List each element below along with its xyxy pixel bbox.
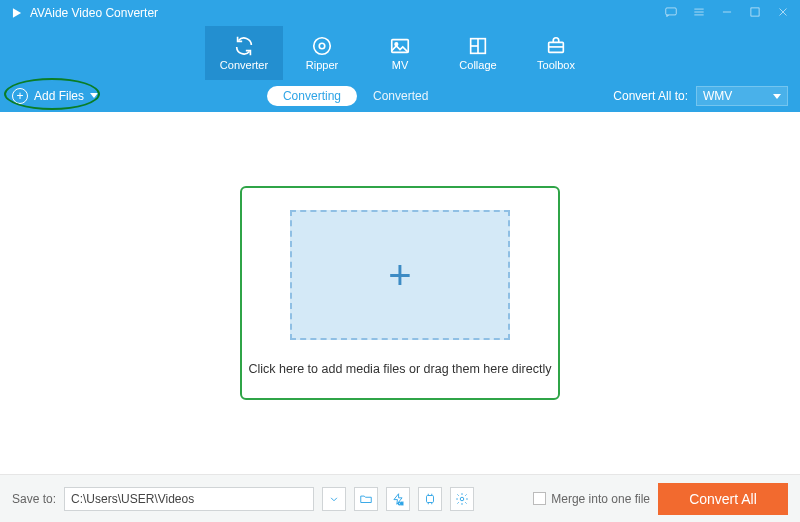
minimize-icon[interactable]: [720, 5, 734, 22]
disc-icon: [311, 35, 333, 57]
nav-label: Collage: [459, 59, 496, 71]
dropzone[interactable]: +: [290, 210, 510, 340]
sub-bar: Add Files Converting Converted Convert A…: [0, 80, 800, 112]
app-logo-icon: [10, 6, 24, 20]
nav-mv[interactable]: MV: [361, 26, 439, 80]
save-to-label: Save to:: [12, 492, 56, 506]
nav-toolbox[interactable]: Toolbox: [517, 26, 595, 80]
save-path-input[interactable]: [64, 487, 314, 511]
nav-label: Ripper: [306, 59, 338, 71]
tab-converted[interactable]: Converted: [357, 86, 444, 106]
checkbox-icon: [533, 492, 546, 505]
merge-checkbox[interactable]: Merge into one file: [533, 492, 650, 506]
convert-all-button[interactable]: Convert All: [658, 483, 788, 515]
chevron-down-icon: [773, 94, 781, 99]
add-files-button[interactable]: Add Files: [12, 88, 98, 104]
title-bar: AVAide Video Converter: [0, 0, 800, 26]
convert-all-to-label: Convert All to:: [613, 89, 688, 103]
plus-icon: +: [388, 253, 411, 298]
dropzone-text: Click here to add media files or drag th…: [249, 362, 552, 376]
open-folder-button[interactable]: [354, 487, 378, 511]
save-path-dropdown-button[interactable]: [322, 487, 346, 511]
plus-circle-icon: [12, 88, 28, 104]
chevron-down-icon: [327, 492, 341, 506]
footer-bar: Save to: ON Merge into one file Convert …: [0, 474, 800, 522]
toolbox-icon: [545, 35, 567, 57]
settings-button[interactable]: [450, 487, 474, 511]
format-value: WMV: [703, 89, 732, 103]
lightning-icon: ON: [391, 492, 405, 506]
sync-icon: [233, 35, 255, 57]
nav-ripper[interactable]: Ripper: [283, 26, 361, 80]
svg-point-10: [319, 43, 325, 49]
nav-label: Toolbox: [537, 59, 575, 71]
close-icon[interactable]: [776, 5, 790, 22]
nav-converter[interactable]: Converter: [205, 26, 283, 80]
tutorial-highlight-box: + Click here to add media files or drag …: [240, 186, 560, 400]
window-title: AVAide Video Converter: [30, 6, 158, 20]
high-speed-button[interactable]: [418, 487, 442, 511]
svg-rect-20: [427, 495, 434, 502]
main-nav: Converter Ripper MV Collage Toolbox: [0, 26, 800, 80]
chevron-down-icon: [90, 93, 98, 98]
hardware-accel-button[interactable]: ON: [386, 487, 410, 511]
nav-collage[interactable]: Collage: [439, 26, 517, 80]
nav-label: Converter: [220, 59, 268, 71]
output-format-select[interactable]: WMV: [696, 86, 788, 106]
photo-icon: [389, 35, 411, 57]
feedback-icon[interactable]: [664, 5, 678, 22]
nav-label: MV: [392, 59, 409, 71]
svg-point-9: [314, 38, 331, 55]
merge-label: Merge into one file: [551, 492, 650, 506]
tab-converting[interactable]: Converting: [267, 86, 357, 106]
svg-point-25: [460, 497, 464, 501]
svg-marker-0: [13, 8, 21, 17]
svg-rect-1: [666, 7, 677, 14]
menu-icon[interactable]: [692, 5, 706, 22]
folder-icon: [359, 492, 373, 506]
content-area: + Click here to add media files or drag …: [0, 112, 800, 474]
gear-icon: [455, 492, 469, 506]
chip-icon: [423, 492, 437, 506]
add-files-label: Add Files: [34, 89, 84, 103]
svg-text:ON: ON: [398, 502, 404, 506]
maximize-icon[interactable]: [748, 5, 762, 22]
grid-icon: [467, 35, 489, 57]
svg-rect-6: [751, 7, 759, 15]
